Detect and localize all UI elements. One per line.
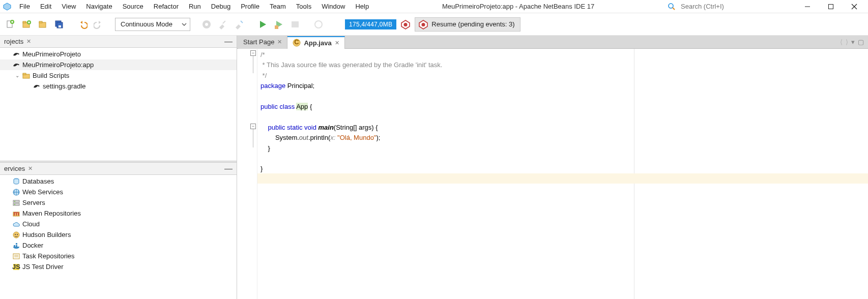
svg-point-33	[14, 201, 15, 202]
undo-button[interactable]	[75, 17, 90, 32]
close-icon[interactable]: ✕	[26, 38, 31, 45]
tree-label: MeuPrimeiroProjeto:app	[22, 61, 94, 69]
nav-back-button[interactable]: ⟨	[840, 38, 843, 46]
menu-profile[interactable]: Profile	[236, 1, 265, 12]
close-icon[interactable]: ✕	[277, 39, 282, 45]
save-all-button[interactable]	[52, 17, 66, 32]
chevron-down-icon	[182, 22, 187, 27]
tree-row[interactable]: JSJS Test Driver	[0, 261, 237, 272]
open-project-button[interactable]	[36, 17, 50, 32]
tree-row[interactable]: Servers	[0, 197, 237, 208]
profile-button[interactable]	[288, 17, 302, 32]
tree-row[interactable]: MeuPrimeiroProjeto	[0, 49, 237, 59]
new-project-button[interactable]	[19, 17, 34, 32]
tree-label: Docker	[22, 242, 43, 249]
chevron-icon[interactable]: ⌄	[14, 73, 20, 78]
services-tree[interactable]: DatabasesWeb ServicesServersmMaven Repos…	[0, 175, 237, 273]
menu-view[interactable]: View	[56, 1, 81, 12]
minimize-panel-button[interactable]: —	[222, 166, 235, 172]
svg-point-34	[14, 204, 15, 205]
projects-panel-header: rojects ✕ —	[0, 36, 237, 48]
svg-rect-16	[59, 25, 61, 27]
tab-list-button[interactable]: ▾	[851, 38, 855, 46]
clean-build-button[interactable]	[216, 17, 230, 32]
memory-usage-badge[interactable]: 175,4/447,0MB	[345, 19, 396, 29]
menu-edit[interactable]: Edit	[35, 1, 56, 12]
tree-row[interactable]: Task Repositories	[0, 251, 237, 261]
editor-tab[interactable]: Start Page✕	[238, 36, 287, 49]
svg-rect-4	[829, 4, 833, 9]
projects-tab[interactable]: rojects ✕	[2, 37, 33, 46]
run-config-label: Continuous Mode	[121, 20, 172, 28]
menu-window[interactable]: Window	[316, 1, 350, 12]
resume-label: Resume (pending events: 3)	[431, 20, 514, 28]
menu-run[interactable]: Run	[184, 1, 206, 12]
services-tab[interactable]: ervices ✕	[2, 164, 35, 173]
run-button[interactable]	[255, 17, 270, 32]
projects-tree[interactable]: MeuPrimeiroProjetoMeuPrimeiroProjeto:app…	[0, 48, 237, 93]
svg-marker-0	[4, 3, 11, 10]
fold-toggle[interactable]: −	[250, 124, 256, 129]
menu-help[interactable]: Help	[350, 1, 374, 12]
menu-navigate[interactable]: Navigate	[81, 1, 117, 12]
close-icon[interactable]: ✕	[335, 40, 339, 46]
tree-row[interactable]: Databases	[0, 176, 237, 187]
resume-icon	[418, 19, 428, 29]
minimize-button[interactable]	[796, 0, 819, 13]
svg-rect-20	[275, 25, 278, 29]
tree-row[interactable]: Cloud	[0, 219, 237, 229]
tree-label: Databases	[22, 177, 54, 185]
maximize-editor-button[interactable]: ▢	[858, 38, 864, 46]
window-title: MeuPrimeiroProjeto:app - Apache NetBeans…	[436, 3, 600, 10]
tree-label: settings.gradle	[43, 82, 86, 90]
hudson-icon	[12, 231, 20, 239]
redo-button[interactable]	[92, 17, 106, 32]
build-button[interactable]	[199, 17, 214, 32]
menu-team[interactable]: Team	[265, 1, 291, 12]
tree-row[interactable]: Web Services	[0, 187, 237, 197]
fold-toggle[interactable]: −	[250, 50, 256, 56]
svg-text:C: C	[295, 39, 300, 46]
close-icon[interactable]: ✕	[28, 165, 33, 172]
new-file-button[interactable]	[3, 17, 17, 32]
run-config-dropdown[interactable]: Continuous Mode	[115, 18, 190, 31]
tree-row[interactable]: settings.gradle	[0, 81, 237, 92]
tree-row[interactable]: ⌄Build Scripts	[0, 70, 237, 81]
tree-row[interactable]: mMaven Repositories	[0, 208, 237, 219]
nav-fwd-button[interactable]: ⟩	[846, 38, 848, 46]
editor-gutter[interactable]: − −	[237, 49, 257, 299]
tab-label: Start Page	[243, 38, 274, 46]
notifications-button[interactable]	[398, 17, 413, 32]
search-input[interactable]	[679, 2, 791, 11]
menu-refactor[interactable]: Refactor	[149, 1, 184, 12]
clean-button[interactable]	[232, 17, 246, 32]
tree-label: Hudson Builders	[22, 231, 71, 238]
maximize-button[interactable]	[819, 0, 843, 13]
menu-tools[interactable]: Tools	[291, 1, 316, 12]
code-editor[interactable]: − − /* * This Java source file was gener…	[237, 49, 868, 299]
editor-tab[interactable]: CApp.java✕	[287, 36, 344, 49]
menu-file[interactable]: File	[14, 1, 35, 12]
global-search[interactable]	[662, 2, 796, 11]
tree-label: Servers	[22, 199, 45, 206]
menu-source[interactable]: Source	[118, 1, 149, 12]
reload-button[interactable]	[311, 17, 326, 32]
tree-label: MeuPrimeiroProjeto	[22, 50, 81, 58]
minimize-panel-button[interactable]: —	[222, 39, 235, 45]
tree-row[interactable]: MeuPrimeiroProjeto:app	[0, 59, 237, 70]
tree-row[interactable]: Docker	[0, 240, 237, 251]
menu-bar: FileEditViewNavigateSourceRefactorRunDeb…	[0, 0, 868, 13]
svg-point-39	[17, 234, 18, 235]
globe-icon	[12, 188, 20, 196]
svg-rect-19	[222, 20, 225, 23]
cloud-icon	[12, 220, 20, 228]
database-icon	[12, 177, 20, 186]
menu-debug[interactable]: Debug	[206, 1, 236, 12]
close-button[interactable]	[843, 0, 866, 13]
resume-button[interactable]: Resume (pending events: 3)	[415, 17, 520, 32]
tree-label: Web Services	[22, 188, 63, 196]
tree-row[interactable]: Hudson Builders	[0, 229, 237, 240]
netbeans-logo-icon	[3, 3, 11, 11]
tab-label: App.java	[304, 39, 331, 47]
debug-button[interactable]	[272, 17, 286, 32]
